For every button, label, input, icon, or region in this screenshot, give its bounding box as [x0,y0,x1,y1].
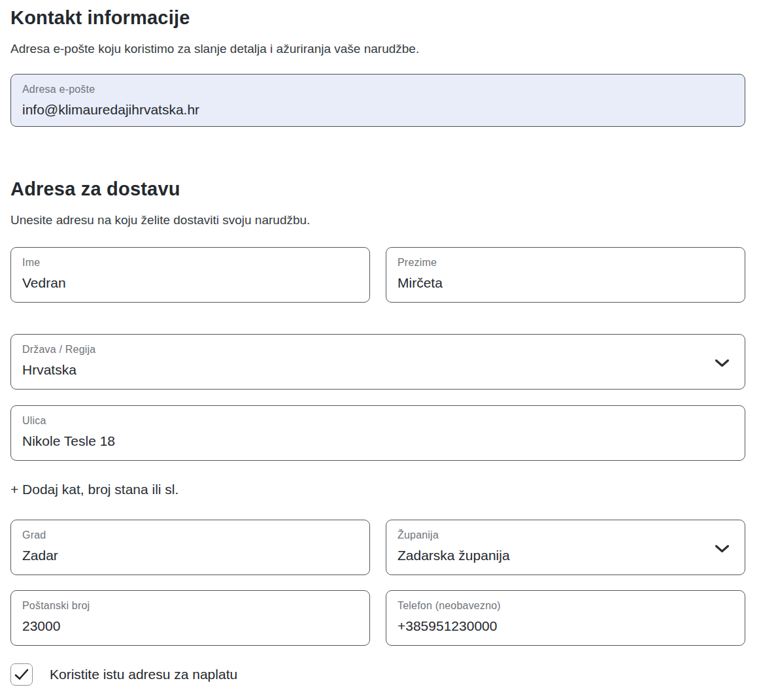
city-label: Grad [22,529,358,542]
phone-field[interactable]: Telefon (neobavezno) [386,590,745,646]
postcode-input[interactable] [22,617,358,635]
billing-same-address-checkbox[interactable] [10,663,33,686]
last-name-input[interactable] [397,274,734,292]
name-row: Ime Prezime [10,247,745,303]
checkmark-icon [14,669,29,680]
first-name-label: Ime [22,256,358,269]
postcode-field[interactable]: Poštanski broj [10,590,370,646]
shipping-section-title: Adresa za dostavu [10,176,745,201]
first-name-input[interactable] [22,274,358,292]
county-label: Županija [397,529,734,542]
city-input[interactable] [22,546,358,565]
phone-label: Telefon (neobavezno) [397,599,734,612]
postcode-row: Poštanski broj Telefon (neobavezno) [10,590,745,646]
email-field[interactable]: Adresa e-pošte [10,74,745,127]
billing-checkbox-row: Koristite istu adresu za naplatu [10,663,745,686]
street-field[interactable]: Ulica [10,405,745,461]
add-address-line-link[interactable]: + Dodaj kat, broj stana ili sl. [10,480,178,499]
county-value: Zadarska županija [397,546,734,565]
checkout-form: Kontakt informacije Adresa e-pošte koju … [10,0,745,686]
county-select[interactable]: Županija Zadarska županija [386,520,745,575]
country-label: Država / Regija [22,343,734,356]
phone-input[interactable] [397,617,734,635]
email-input[interactable] [22,101,734,119]
street-input[interactable] [22,432,734,450]
contact-section-title: Kontakt informacije [10,5,745,30]
shipping-section-subtitle: Unesite adresu na koju želite dostaviti … [10,212,745,229]
country-value: Hrvatska [22,361,734,379]
city-field[interactable]: Grad [10,520,370,575]
email-field-label: Adresa e-pošte [22,83,734,96]
country-select[interactable]: Država / Regija Hrvatska [10,334,745,390]
street-label: Ulica [22,414,734,427]
contact-section-subtitle: Adresa e-pošte koju koristimo za slanje … [10,41,745,58]
last-name-label: Prezime [397,256,734,269]
first-name-field[interactable]: Ime [10,247,370,303]
postcode-label: Poštanski broj [22,599,358,612]
city-row: Grad Županija Zadarska županija [10,520,745,575]
last-name-field[interactable]: Prezime [386,247,745,303]
billing-checkbox-label: Koristite istu adresu za naplatu [50,667,237,682]
